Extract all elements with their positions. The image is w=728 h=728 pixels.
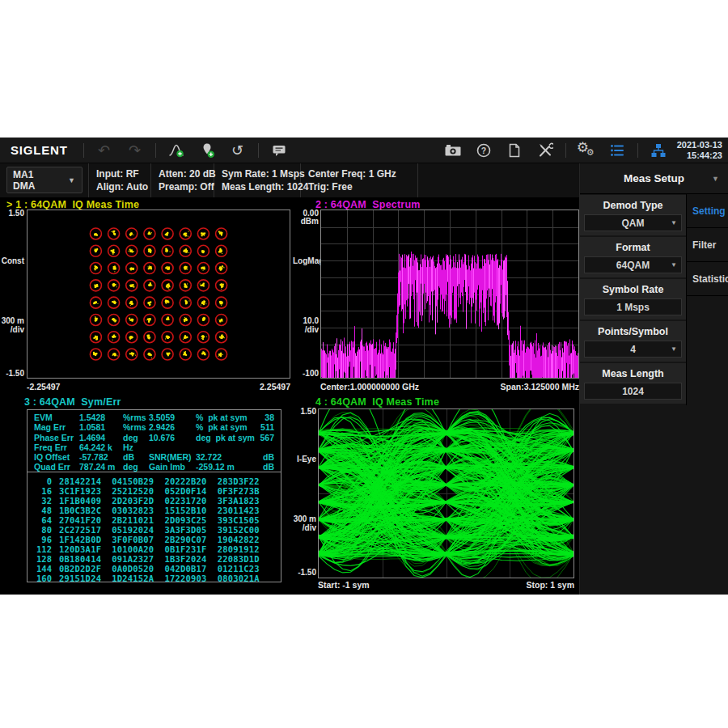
trace-label: Const (0, 256, 24, 265)
symerr-cell: %rms (123, 413, 149, 422)
param-value[interactable]: 64QAM▼ (584, 256, 682, 273)
settings-gear-icon[interactable]: ⚙⚙ (574, 140, 599, 161)
file-icon[interactable] (502, 140, 527, 161)
window-spectrum[interactable]: 2 : 64QAM Spectrum 0.00 dBm LogMag 10.0 … (307, 197, 579, 395)
toolbar-separator (637, 143, 638, 158)
status-text: Align: Auto (96, 180, 150, 193)
symerr-cell: 32.722 (196, 452, 257, 462)
symerr-cell: deg (123, 462, 149, 472)
y-max-label: 1.50 (286, 407, 316, 416)
network-icon[interactable] (646, 140, 671, 161)
param-value[interactable]: 4▼ (584, 341, 682, 358)
symerr-cell: 567 (257, 433, 274, 442)
eye-plot[interactable] (318, 408, 574, 578)
param-format[interactable]: Format64QAM▼ (580, 237, 686, 277)
param-label: Meas Length (580, 365, 686, 383)
mode-line2: DMA (13, 180, 35, 192)
chevron-down-icon: ▼ (671, 219, 677, 226)
list-icon[interactable] (605, 140, 629, 161)
constellation-canvas[interactable] (28, 210, 290, 378)
comment-icon[interactable] (267, 140, 291, 161)
param-label: Format (580, 239, 686, 256)
history-icon[interactable]: ↺ (226, 140, 250, 161)
symbol-table-row: 961F142B0D 3F0F0B07 2B290C07 19042822 (28, 535, 281, 544)
status-text: Preamp: Off (159, 180, 214, 193)
param-value[interactable]: QAM▼ (584, 214, 682, 231)
scale-label: 10.0 (293, 316, 319, 325)
toolbar: SIGLENT ↶ ↷ ↺ ? (0, 138, 728, 163)
y-min-label: -100 (293, 369, 319, 378)
param-meas-length[interactable]: Meas Length1024 (580, 363, 686, 404)
symerr-cell: % pk at sym (196, 413, 257, 422)
eye-canvas[interactable] (319, 409, 574, 578)
symerr-row: EVM1.5428%rms3.5059% pk at sym38 (28, 413, 281, 422)
symerr-cell: Freq Err (34, 442, 79, 452)
scale-unit-label: /div (286, 523, 316, 532)
symerr-cell (196, 442, 257, 452)
symbol-table-row: 1440B2D2D2F 0A0D0520 042D0B17 01211C23 (28, 564, 281, 574)
window-constellation[interactable]: > 1 : 64QAM IQ Meas Time 1.50 Const 300 … (0, 197, 307, 395)
meas-setup-header[interactable]: Meas Setup ▼ (580, 163, 728, 194)
symbol-index: 0 (28, 476, 52, 486)
window-eye[interactable]: 4 : 64QAM IQ Meas Time 1.50 I-Eye 300 m … (307, 395, 579, 595)
param-points-symbol[interactable]: Points/Symbol4▼ (580, 321, 686, 362)
symerr-cell: -57.782 (79, 452, 123, 462)
scale-label: 300 m (0, 316, 24, 325)
param-symbol-rate[interactable]: Symbol Rate1 Msps (580, 279, 686, 320)
datetime: 2021-03-13 15:44:23 (674, 140, 728, 161)
symerr-row: Freq Err64.242 kHz (28, 442, 281, 452)
chevron-down-icon: ▼ (671, 345, 677, 353)
param-value[interactable]: 1024 (584, 383, 682, 400)
symbol-index: 128 (28, 554, 52, 564)
chevron-down-icon: ▼ (712, 175, 719, 183)
chevron-down-icon: ▼ (68, 176, 75, 184)
mode-select[interactable]: MA1 DMA ▼ (6, 167, 83, 193)
peak-add-icon[interactable] (164, 140, 188, 161)
marker-add-icon[interactable] (195, 140, 219, 161)
symbol-table-row: 802C272517 05192024 3A3F3D05 39152C00 (28, 525, 281, 535)
symerr-cell: deg (123, 433, 149, 442)
symerr-cell: dB (123, 452, 149, 462)
param-list: Demod TypeQAM▼Format64QAM▼Symbol Rate1 M… (580, 194, 686, 405)
symbol-hex: 29151D24 1D24152A 17220903 0803021A (59, 574, 260, 582)
spectrum-plot[interactable] (320, 210, 579, 379)
redo-icon[interactable]: ↷ (123, 140, 147, 161)
window2-title: 2 : 64QAM Spectrum (315, 199, 421, 210)
symerr-cell: IQ Offset (34, 452, 79, 462)
status-bar: MA1 DMA ▼ Input: RFAlign: AutoAtten: 20 … (0, 163, 579, 197)
toolbar-separator (155, 143, 156, 158)
symbol-table-row: 6427041F20 2B211021 2D093C25 393C1505 (28, 515, 281, 525)
symerr-cell: % pk at sym (196, 422, 257, 432)
param-value-text: 1024 (622, 386, 644, 397)
symerr-cell: Mag Err (34, 422, 79, 432)
tools-icon[interactable] (533, 140, 557, 161)
param-value[interactable]: 1 Msps (584, 298, 682, 315)
gear-icon: ⚙ (586, 148, 595, 157)
tab-filter[interactable]: Filter (687, 228, 728, 262)
symbol-hex: 2C272517 05192024 3A3F3D05 39152C00 (59, 525, 260, 535)
symerr-cell: 1.0581 (79, 422, 123, 432)
symerr-row: IQ Offset-57.782dBSNR(MER)32.722dB (28, 452, 281, 462)
symbol-hex: 0B2D2D2F 0A0D0520 042D0B17 01211C23 (59, 564, 260, 574)
camera-icon[interactable] (441, 140, 465, 161)
param-demod-type[interactable]: Demod TypeQAM▼ (580, 195, 686, 235)
svg-text:?: ? (481, 146, 486, 155)
tab-setting[interactable]: Setting (687, 194, 728, 228)
symbol-hex: 28142214 04150B29 20222B20 283D3F22 (59, 476, 260, 486)
symerr-cell: Phase Err (34, 433, 79, 442)
spectrum-canvas[interactable] (321, 210, 578, 378)
symerr-row: Phase Err1.4694deg10.676deg pk at sym567 (28, 433, 281, 442)
window-symerr[interactable]: 3 : 64QAM Sym/Err EVM1.5428%rms3.5059% p… (0, 395, 307, 595)
help-icon[interactable]: ? (472, 140, 496, 161)
tab-statistic[interactable]: Statistic (687, 262, 728, 296)
toolbar-separator (565, 143, 566, 158)
symerr-cell: dB (257, 452, 274, 462)
status-text: Center Freq: 1 GHz (308, 167, 417, 180)
symerr-cell: dB (257, 462, 274, 472)
undo-icon[interactable]: ↶ (92, 140, 116, 161)
status-text: Atten: 20 dB (159, 167, 214, 180)
scale-unit-label: /div (293, 325, 319, 334)
mode-cell: MA1 DMA ▼ (0, 163, 89, 197)
constellation-plot[interactable] (27, 210, 290, 379)
symerr-cell: deg pk at sym (196, 433, 257, 442)
